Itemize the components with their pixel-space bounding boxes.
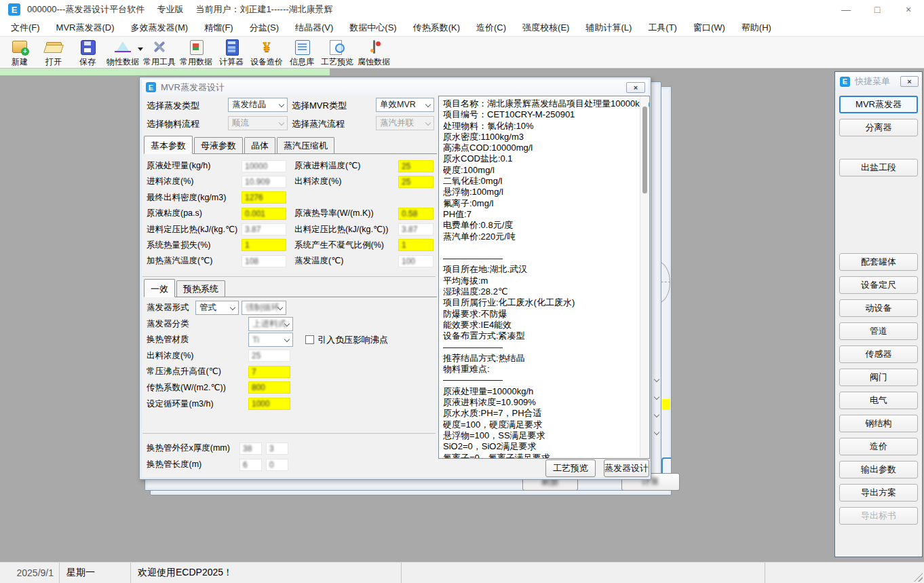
parameter-input[interactable]: 1 — [398, 239, 434, 251]
parameter-input[interactable]: 10.909 — [242, 176, 286, 188]
dialog-title-bar[interactable]: E MVR蒸发器设计 × — [142, 79, 649, 95]
parameter-input[interactable]: 3.87 — [398, 223, 434, 236]
menu-item[interactable]: 工具(T) — [640, 22, 685, 34]
vacuum-effect-checkbox[interactable] — [305, 335, 314, 344]
parameter-input[interactable]: 3.87 — [242, 223, 286, 236]
info-line: 高沸点COD:10000mg/l — [443, 143, 637, 153]
parameter-input[interactable]: 25 — [398, 176, 434, 188]
close-button[interactable]: × — [893, 0, 924, 19]
menu-item[interactable]: 数据中心(S) — [341, 22, 404, 34]
menu-item[interactable]: 精馏(F) — [196, 22, 242, 34]
info-line: SiO2=0，SiO2满足要求 — [443, 441, 637, 452]
toolbar-button[interactable]: 腐蚀数据 — [355, 38, 392, 68]
tube-input-2[interactable]: 0 — [266, 459, 288, 471]
toolbar-button[interactable]: 物性数据 — [104, 38, 141, 68]
menu-item[interactable]: 分盐(S) — [242, 22, 287, 34]
parameter-tabs: 基本参数母液参数晶体蒸汽压缩机 — [144, 136, 437, 154]
info-line: 项目所属行业:化工废水(化工废水) — [443, 297, 637, 308]
parameter-input[interactable]: 25 — [248, 350, 290, 362]
evaporator-form-select[interactable]: 管式 — [195, 301, 239, 315]
mvr-type-select[interactable]: 单效MVR — [376, 98, 434, 112]
quick-menu-button[interactable]: 导出标书 — [839, 507, 918, 525]
material-flow-label: 选择物料流程 — [147, 118, 199, 130]
parameter-input[interactable]: 10000 — [242, 160, 286, 172]
tab[interactable]: 一效 — [144, 279, 175, 297]
process-preview-button[interactable]: 工艺预览 — [545, 459, 596, 477]
menu-item[interactable]: 文件(F) — [3, 22, 48, 34]
parameter-input[interactable]: 100 — [398, 255, 434, 267]
menu-item[interactable]: 强度校核(E) — [514, 22, 577, 34]
menu-item[interactable]: 多效蒸发器(M) — [123, 22, 197, 34]
tab[interactable]: 母液参数 — [194, 137, 243, 153]
quick-menu-button[interactable]: MVR蒸发器 — [839, 96, 918, 113]
info-line: 氟离子:0mg/l — [443, 198, 637, 209]
tube-input-1[interactable]: 6 — [239, 459, 262, 471]
menu-item[interactable]: 帮助(H) — [733, 22, 779, 34]
tab[interactable]: 蒸汽压缩机 — [277, 137, 334, 153]
parameter-input[interactable]: 0.58 — [398, 208, 434, 220]
toolbar-button[interactable]: 新建 — [3, 38, 37, 68]
tube-input-2[interactable]: 3 — [266, 443, 288, 455]
quick-menu-button[interactable]: 导出方案 — [839, 484, 918, 502]
menu-item[interactable]: 结晶器(V) — [287, 22, 341, 34]
parameter-input[interactable]: 800 — [248, 381, 290, 394]
quick-menu-button[interactable]: 电气 — [839, 392, 918, 409]
toolbar-button-label: 物性数据 — [107, 56, 139, 68]
parameter-row: 系统热量损失(%) 1 — [147, 239, 292, 252]
toolbar-button[interactable]: 信息库 — [285, 38, 319, 68]
quick-menu-button[interactable]: 设备定尺 — [839, 276, 918, 294]
evaporator-form-row: 蒸发器形式 管式 强制循环 — [147, 301, 438, 314]
quick-menu-button[interactable]: 阀门 — [839, 369, 918, 386]
tube-input-1[interactable]: 38 — [239, 443, 262, 455]
quick-menu-button[interactable]: 输出参数 — [839, 461, 918, 478]
quick-menu-button[interactable]: 传感器 — [839, 345, 918, 363]
toolbar-button[interactable]: 常用数据 — [178, 38, 214, 68]
menu-item[interactable]: 窗口(W) — [685, 22, 733, 34]
evap-type-select[interactable]: 蒸发结晶 — [228, 98, 288, 112]
tab[interactable]: 晶体 — [244, 137, 275, 153]
toolbar-button[interactable]: 计算器 — [214, 38, 248, 68]
parameter-input[interactable]: 7 — [248, 366, 290, 378]
toolbar-button[interactable]: 常用工具 — [141, 38, 178, 68]
toolbar-button[interactable]: 工艺预览 — [319, 38, 355, 68]
quick-menu-button[interactable]: 分离器 — [839, 119, 918, 136]
quick-menu-button[interactable]: 动设备 — [839, 299, 918, 317]
parameter-input[interactable]: 1000 — [248, 398, 290, 410]
dialog-close-button[interactable]: × — [626, 82, 645, 93]
parameter-input[interactable]: 1 — [242, 239, 286, 251]
circulation-type-select[interactable]: 强制循环 — [242, 301, 286, 315]
quick-menu-button[interactable]: 钢结构 — [839, 415, 918, 432]
parameter-input[interactable]: 25 — [398, 160, 434, 172]
effect-settings: 蒸发器形式 管式 强制循环 蒸发器分类 上进料式 换热管材质 Ti — [147, 301, 438, 413]
tube-material-select[interactable]: Ti — [248, 333, 293, 347]
quick-menu-title-bar[interactable]: E 快捷菜单 × — [835, 72, 922, 91]
divider — [142, 433, 436, 434]
tab[interactable]: 基本参数 — [144, 136, 193, 154]
mvr-design-dialog: E MVR蒸发器设计 × 选择蒸发类型 蒸发结晶 选择MVR类型 单效MVR 选… — [139, 77, 651, 480]
tab[interactable]: 预热系统 — [176, 280, 225, 297]
quick-menu-button[interactable]: 配套罐体 — [839, 253, 918, 271]
evaporator-category-select[interactable]: 上进料式 — [248, 317, 293, 331]
scrollbar-thumb[interactable] — [642, 107, 647, 193]
parameter-input[interactable]: 0.001 — [242, 208, 286, 220]
menu-item[interactable]: MVR蒸发器(D) — [48, 22, 123, 34]
parameter-input[interactable]: 108 — [242, 255, 286, 267]
toolbar-button-label: 常用工具 — [143, 56, 176, 68]
menu-item[interactable]: 造价(C) — [468, 22, 514, 34]
toolbar-button[interactable]: 设备造价 — [248, 38, 285, 68]
toolbar-button[interactable]: 打开 — [37, 38, 71, 68]
toolbar-button-label: 新建 — [12, 56, 28, 68]
quick-menu-button[interactable]: 造价 — [839, 438, 918, 455]
status-day: 星期一 — [60, 563, 131, 583]
parameter-input[interactable]: 1276 — [242, 191, 286, 204]
menu-item[interactable]: 传热系数(K) — [405, 22, 468, 34]
scrollbar[interactable] — [640, 97, 649, 457]
evaporator-design-button[interactable]: 蒸发器设计 — [604, 459, 649, 477]
quick-menu-button[interactable]: 管道 — [839, 322, 918, 340]
maximize-button[interactable]: □ — [862, 0, 893, 19]
menu-item[interactable]: 辅助计算(L) — [577, 22, 640, 34]
toolbar-button[interactable]: 保存 — [71, 38, 104, 68]
quick-menu-close-button[interactable]: × — [900, 76, 919, 87]
minimize-button[interactable]: — — [830, 0, 862, 19]
quick-menu-button[interactable]: 出盐工段 — [839, 159, 918, 176]
